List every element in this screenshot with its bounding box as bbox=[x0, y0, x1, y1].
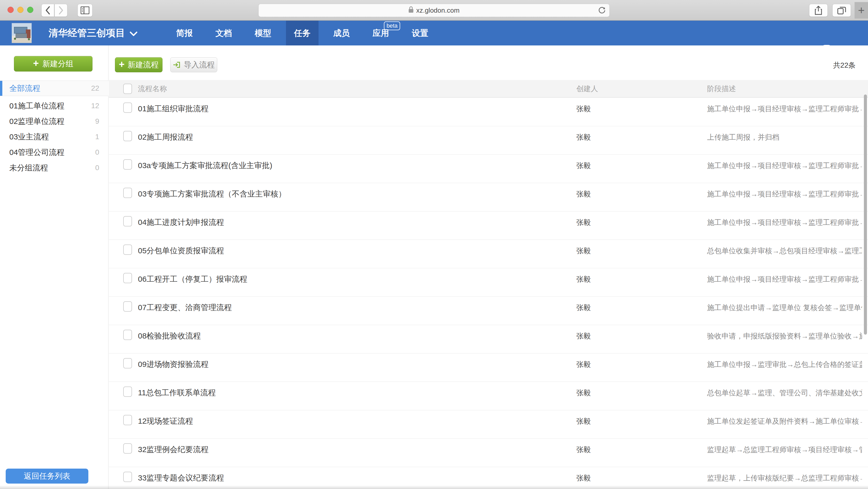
back-to-tasks-button[interactable]: 返回任务列表 bbox=[6, 468, 88, 484]
new-group-button[interactable]: + 新建分组 bbox=[14, 56, 92, 71]
flow-creator: 张毅 bbox=[576, 274, 591, 284]
row-checkbox[interactable] bbox=[123, 216, 132, 226]
plus-icon: + bbox=[119, 59, 125, 70]
flow-creator: 张毅 bbox=[576, 104, 591, 114]
sidebar-group-item[interactable]: 未分组流程 0 bbox=[0, 160, 108, 175]
flow-creator: 张毅 bbox=[576, 360, 591, 369]
flow-name: 33监理专题会议纪要流程 bbox=[138, 473, 224, 483]
nav-tab[interactable]: 成员 bbox=[325, 21, 358, 45]
flow-creator: 张毅 bbox=[576, 417, 591, 426]
select-all-checkbox[interactable] bbox=[123, 84, 132, 94]
new-group-label: 新建分组 bbox=[42, 59, 73, 69]
column-header-creator: 创建人 bbox=[576, 80, 598, 98]
sidebar-group-item[interactable]: 01施工单位流程 12 bbox=[0, 98, 108, 113]
table-row[interactable]: 04施工进度计划申报流程 张毅 施工单位申报→项目经理审核→监理工程师审批→..… bbox=[109, 211, 868, 240]
nav-tab[interactable]: 模型 bbox=[247, 21, 279, 45]
flow-name: 08检验批验收流程 bbox=[138, 331, 201, 341]
plus-icon: + bbox=[33, 58, 39, 69]
row-checkbox[interactable] bbox=[123, 415, 132, 425]
flow-creator: 张毅 bbox=[576, 132, 591, 142]
table-row[interactable]: 11总包工作联系单流程 张毅 总包单位起草→监理、管理公司、清华基建处收文... bbox=[109, 382, 868, 410]
nav-tab[interactable]: 应用 beta bbox=[365, 21, 397, 45]
table-row[interactable]: 07工程变更、洽商管理流程 张毅 施工单位提出申请→监理单位 复核会签→监理单位… bbox=[109, 297, 868, 325]
row-checkbox[interactable] bbox=[123, 301, 132, 312]
project-title: 清华经管三创项目 bbox=[49, 21, 125, 45]
zoom-window-button[interactable] bbox=[27, 7, 33, 13]
flow-name: 11总包工作联系单流程 bbox=[138, 388, 216, 398]
table-row[interactable]: 08检验批验收流程 张毅 验收申请，申报纸版报验资料→监理单位验收→施... bbox=[109, 325, 868, 354]
row-checkbox[interactable] bbox=[123, 330, 132, 340]
row-checkbox[interactable] bbox=[123, 244, 132, 255]
flow-stage: 施工单位申报→项目经理审核→监理工程师审批→... bbox=[707, 274, 862, 284]
tab-overview-button[interactable] bbox=[832, 4, 851, 17]
vertical-scrollbar[interactable] bbox=[864, 95, 867, 335]
nav-tab[interactable]: 文档 bbox=[208, 21, 240, 45]
sidebar-group-item[interactable]: 02监理单位流程 9 bbox=[0, 113, 108, 129]
forward-button[interactable] bbox=[55, 4, 67, 17]
group-count: 9 bbox=[95, 117, 99, 126]
row-checkbox[interactable] bbox=[123, 131, 132, 141]
group-label: 02监理单位流程 bbox=[9, 116, 95, 127]
project-switcher[interactable]: 清华经管三创项目 bbox=[49, 21, 137, 45]
flow-stage: 施工单位提出申请→监理单位 复核会签→监理单位... bbox=[707, 303, 862, 313]
sidebar-toggle-button[interactable] bbox=[78, 4, 92, 17]
nav-tab[interactable]: 简报 bbox=[168, 21, 201, 45]
url-bar[interactable]: xz.glodon.com bbox=[258, 4, 610, 17]
group-count: 0 bbox=[95, 164, 99, 172]
table-row[interactable]: 03专项施工方案审批流程（不含业主审核） 张毅 施工单位申报→项目经理审核→监理… bbox=[109, 183, 868, 211]
flow-name: 03a专项施工方案审批流程(含业主审批) bbox=[138, 160, 272, 171]
table-row[interactable]: 01施工组织审批流程 张毅 施工单位申报→项目经理审核→监理工程师审批→... bbox=[109, 98, 868, 126]
table-row[interactable]: 09进场物资报验流程 张毅 施工单位申报→监理审批→总包上传合格的签证盖... bbox=[109, 354, 868, 382]
row-checkbox[interactable] bbox=[123, 387, 132, 397]
flow-name: 03专项施工方案审批流程（不含业主审核） bbox=[138, 189, 286, 199]
back-icon bbox=[45, 6, 51, 15]
sidebar-group-item[interactable]: 04管理公司流程 0 bbox=[0, 144, 108, 160]
group-count: 0 bbox=[95, 148, 99, 157]
lock-icon bbox=[408, 6, 413, 15]
nav-tab[interactable]: 任务 bbox=[286, 21, 318, 45]
row-checkbox[interactable] bbox=[123, 472, 132, 482]
table-header: 流程名称 创建人 阶段描述 bbox=[109, 80, 868, 98]
table-row[interactable]: 12现场签证流程 张毅 施工单位发起签证单及附件资料→施工单位审核→... bbox=[109, 410, 868, 439]
group-count: 12 bbox=[91, 102, 99, 110]
table-row[interactable]: 05分包单位资质报审流程 张毅 总包单位收集并审核→总包项目经理审核→监理工..… bbox=[109, 240, 868, 268]
table-row[interactable]: 32监理例会纪要流程 张毅 监理起草→总监理工程师审核→项目经理审核→管... bbox=[109, 439, 868, 467]
import-flow-button[interactable]: 导入流程 bbox=[170, 57, 217, 72]
flow-stage: 上传施工周报，并归档 bbox=[707, 132, 862, 142]
flow-stage: 施工单位申报→项目经理审核→监理工程师审批→... bbox=[707, 161, 862, 171]
share-button[interactable] bbox=[809, 4, 828, 17]
new-tab-button[interactable]: + bbox=[855, 2, 868, 19]
nav-tab-label: 简报 bbox=[176, 28, 193, 38]
row-checkbox[interactable] bbox=[123, 102, 132, 113]
sidebar-group-item[interactable]: 全部流程 22 bbox=[0, 80, 108, 96]
flow-stage: 总包单位起草→监理、管理公司、清华基建处收文... bbox=[707, 388, 862, 398]
table-row[interactable]: 02施工周报流程 张毅 上传施工周报，并归档 bbox=[109, 126, 868, 155]
new-flow-button[interactable]: + 新建流程 bbox=[115, 57, 162, 72]
total-count: 共22条 bbox=[833, 60, 856, 70]
back-button[interactable] bbox=[41, 4, 54, 17]
flow-stage: 总包单位收集并审核→总包项目经理审核→监理工... bbox=[707, 246, 862, 256]
close-window-button[interactable] bbox=[7, 7, 14, 13]
project-logo[interactable] bbox=[11, 23, 32, 43]
minimize-window-button[interactable] bbox=[17, 7, 24, 13]
flow-creator: 张毅 bbox=[576, 388, 591, 398]
flow-name: 01施工组织审批流程 bbox=[138, 103, 209, 114]
row-checkbox[interactable] bbox=[123, 443, 132, 454]
main-content: + 新建流程 导入流程 共22条 流程名称 创建人 阶段描述 01施工组织审批流… bbox=[109, 45, 868, 489]
flow-creator: 张毅 bbox=[576, 473, 591, 483]
app-header: 清华经管三创项目 简报 文档 模型 任务 成员 应用 beta 设置 bbox=[0, 21, 868, 45]
table-row[interactable]: 03a专项施工方案审批流程(含业主审批) 张毅 施工单位申报→项目经理审核→监理… bbox=[109, 155, 868, 183]
nav-tab[interactable]: 设置 bbox=[404, 21, 436, 45]
refresh-icon[interactable] bbox=[598, 7, 606, 16]
flow-stage: 验收申请，申报纸版报验资料→监理单位验收→施... bbox=[707, 331, 862, 341]
table-row[interactable]: 06工程开工（停复工）报审流程 张毅 施工单位申报→项目经理审核→监理工程师审批… bbox=[109, 268, 868, 297]
plus-icon: + bbox=[858, 4, 865, 17]
row-checkbox[interactable] bbox=[123, 159, 132, 170]
row-checkbox[interactable] bbox=[123, 273, 132, 283]
row-checkbox[interactable] bbox=[123, 358, 132, 368]
flow-creator: 张毅 bbox=[576, 189, 591, 199]
row-checkbox[interactable] bbox=[123, 188, 132, 198]
sidebar-group-item[interactable]: 03业主流程 1 bbox=[0, 129, 108, 144]
group-label: 未分组流程 bbox=[9, 163, 95, 173]
flow-stage: 施工单位申报→项目经理审核→监理工程师审批→... bbox=[707, 189, 862, 199]
